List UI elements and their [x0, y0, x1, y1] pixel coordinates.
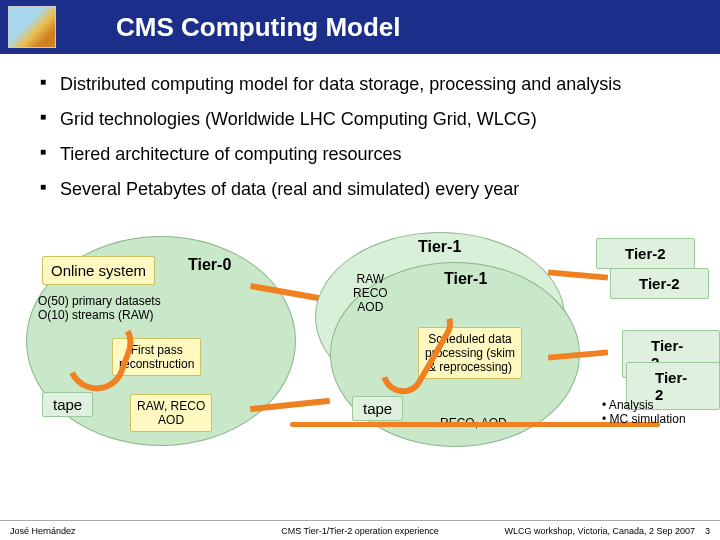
bullet-item: Tiered architecture of computing resourc…	[40, 144, 692, 165]
tier0-heading: Tier-0	[188, 256, 231, 274]
footer-center: CMS Tier-1/Tier-2 operation experience	[281, 526, 439, 536]
bullet-list: Distributed computing model for data sto…	[0, 54, 720, 222]
diagram: Online system Tier-0 O(50) primary datas…	[0, 222, 720, 502]
tape-label-2: tape	[352, 396, 403, 421]
online-system-label: Online system	[42, 256, 155, 285]
tier1-heading-top: Tier-1	[418, 238, 461, 256]
bullet-item: Grid technologies (Worldwide LHC Computi…	[40, 109, 692, 130]
bullet-item: Several Petabytes of data (real and simu…	[40, 179, 692, 200]
footer: José Hernández CMS Tier-1/Tier-2 operati…	[0, 520, 720, 540]
raw-reco-aod-box: RAW, RECO AOD	[130, 394, 212, 432]
footer-author: José Hernández	[10, 526, 76, 536]
raw-reco-aod-column: RAW RECO AOD	[353, 272, 388, 314]
bullet-item: Distributed computing model for data sto…	[40, 74, 692, 95]
analysis-text: • Analysis • MC simulation	[602, 398, 686, 426]
cms-logo	[8, 6, 56, 48]
tier2-box: Tier-2	[596, 238, 695, 269]
tier2-box: Tier-2	[610, 268, 709, 299]
arrow	[548, 269, 608, 280]
slide-title: CMS Computing Model	[116, 12, 401, 43]
tape-label-1: tape	[42, 392, 93, 417]
footer-right: WLCG workshop, Victoria, Canada, 2 Sep 2…	[505, 526, 710, 536]
title-bar: CMS Computing Model	[0, 0, 720, 54]
tier1-heading-mid: Tier-1	[444, 270, 487, 288]
